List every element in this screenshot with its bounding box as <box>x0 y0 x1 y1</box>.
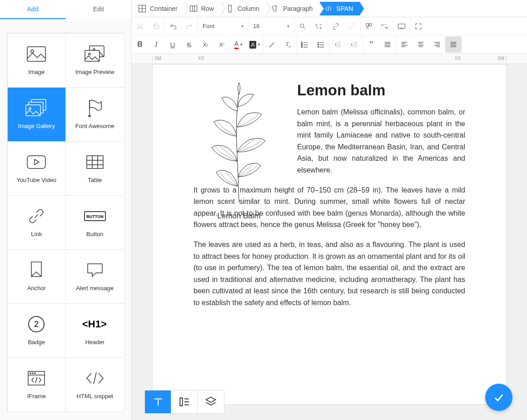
crumb-label: Row <box>201 5 214 12</box>
tile-table[interactable]: Table <box>65 141 124 196</box>
svg-rect-43 <box>180 398 182 405</box>
tile-label: Table <box>88 177 102 183</box>
tab-add[interactable]: Add <box>0 0 66 19</box>
article-title[interactable]: Lemon balm <box>297 82 465 99</box>
fullscreen-button[interactable] <box>410 18 427 35</box>
tile-alert-message[interactable]: Alert message <box>65 249 124 304</box>
svg-point-42 <box>318 46 318 47</box>
crumb-span[interactable]: SPAN <box>320 2 360 15</box>
svg-point-20 <box>30 373 31 374</box>
align-left-button[interactable] <box>396 36 413 53</box>
article-paragraph[interactable]: The leaves are used as a herb, in teas, … <box>194 239 465 309</box>
crumb-column[interactable]: Column <box>221 2 267 15</box>
svg-text:3: 3 <box>301 46 303 48</box>
crumb-label: Paragraph <box>283 5 313 12</box>
clear-format-button[interactable]: Tx <box>280 36 296 53</box>
replace-button[interactable]: ba <box>311 18 327 35</box>
tile-label: Badge <box>28 339 45 346</box>
insert-link-button[interactable] <box>328 18 344 35</box>
find-button[interactable] <box>294 18 311 35</box>
tile-html-snippet[interactable]: HTML snippet <box>65 357 124 412</box>
font-size-select[interactable]: 16▾ <box>249 18 294 35</box>
crumb-paragraph[interactable]: Paragraph <box>267 2 320 15</box>
highlight-color-button[interactable]: A▾ <box>247 36 263 53</box>
badge-icon: 2 <box>28 315 45 333</box>
crumb-label: SPAN <box>336 5 353 12</box>
redo-button[interactable] <box>181 18 198 35</box>
keyboard-button[interactable] <box>393 18 410 35</box>
crumb-label: Container <box>150 5 178 12</box>
confirm-fab[interactable] <box>485 384 512 411</box>
superscript-button[interactable]: X² <box>214 36 230 53</box>
svg-point-41 <box>318 44 318 45</box>
font-family-select[interactable]: Font▾ <box>198 18 248 35</box>
svg-rect-28 <box>155 25 159 29</box>
svg-rect-15 <box>31 262 41 277</box>
highlighter-button[interactable] <box>264 36 280 53</box>
align-justify-button[interactable] <box>445 36 462 53</box>
indent-button[interactable] <box>346 36 363 53</box>
article-paragraph[interactable]: Lemon balm (Melissa officinalis), common… <box>297 106 465 176</box>
tile-image-gallery[interactable]: Image Gallery <box>7 87 66 142</box>
svg-rect-11 <box>27 156 45 168</box>
article-paragraph[interactable]: It grows to a maximum height of 70–150 c… <box>194 184 465 231</box>
svg-rect-33 <box>369 24 372 26</box>
view-outline-button[interactable] <box>171 390 198 413</box>
crumb-container[interactable]: Container <box>134 2 185 15</box>
bold-button[interactable]: B <box>132 36 148 53</box>
tile-header[interactable]: <H1> Header <box>65 303 124 358</box>
breadcrumb: Container Row Column Paragraph SPAN <box>132 0 527 17</box>
tile-anchor[interactable]: Anchor <box>7 249 66 304</box>
align-right-button[interactable] <box>429 36 445 53</box>
svg-rect-32 <box>366 24 368 26</box>
chevron-down-icon: ▾ <box>287 24 289 29</box>
tile-button[interactable]: BUTTON Button <box>65 195 124 250</box>
tile-image-preview[interactable]: Image Preview <box>65 33 124 88</box>
copy-button[interactable] <box>148 18 164 35</box>
blockquote-button[interactable]: ” <box>363 36 379 53</box>
strikethrough-button[interactable]: S <box>181 36 197 53</box>
header-icon: <H1> <box>82 315 108 333</box>
ordered-list-button[interactable]: 123 <box>297 36 313 53</box>
link-icon <box>27 207 45 225</box>
italic-button[interactable]: I <box>148 36 164 53</box>
outdent-button[interactable] <box>330 36 346 53</box>
tile-image[interactable]: Image <box>7 33 66 88</box>
text-color-button[interactable]: A▾ <box>230 36 247 53</box>
align-center-button[interactable] <box>413 36 429 53</box>
subscript-button[interactable]: X₂ <box>197 36 214 53</box>
svg-text:en: en <box>381 24 384 26</box>
tile-label: IFrame <box>27 393 46 400</box>
crumb-row[interactable]: Row <box>185 2 221 15</box>
special-char-button[interactable] <box>361 18 377 35</box>
tile-label: HTML snippet <box>77 393 113 400</box>
translate-button[interactable]: ende <box>377 18 393 35</box>
page-content[interactable]: Lemon Balm Lemon balm Lemon balm (Meliss… <box>152 64 507 405</box>
tile-link[interactable]: Link <box>7 195 66 250</box>
ruler-breakpoint-xs-right: XS <box>455 56 461 61</box>
image-icon <box>26 45 46 63</box>
undo-button[interactable] <box>165 18 181 35</box>
anchor-icon <box>30 261 43 279</box>
view-layers-button[interactable] <box>198 390 224 413</box>
remove-link-button[interactable] <box>344 18 360 35</box>
tile-badge[interactable]: 2 Badge <box>7 303 66 358</box>
cut-button[interactable] <box>132 18 148 35</box>
underline-button[interactable]: U <box>164 36 181 53</box>
tile-iframe[interactable]: IFrame <box>7 357 66 412</box>
tile-youtube-video[interactable]: YouTube Video <box>7 141 66 196</box>
svg-text:b: b <box>316 23 318 27</box>
tab-edit[interactable]: Edit <box>66 0 132 19</box>
html-snippet-icon <box>85 369 105 387</box>
responsive-ruler: SM XS XS SM <box>132 54 527 64</box>
view-text-button[interactable] <box>145 390 171 413</box>
image-gallery-icon <box>25 99 48 117</box>
chevron-down-icon: ▾ <box>241 24 244 29</box>
ruler-breakpoint-xs-left: XS <box>198 56 204 61</box>
svg-text:2: 2 <box>34 320 39 329</box>
svg-point-21 <box>32 373 33 374</box>
line-height-button[interactable] <box>379 36 396 53</box>
unordered-list-button[interactable] <box>313 36 329 53</box>
editor-canvas[interactable]: Lemon Balm Lemon balm Lemon balm (Meliss… <box>132 64 527 420</box>
tile-font-awesome[interactable]: Font Awesome <box>65 87 124 142</box>
